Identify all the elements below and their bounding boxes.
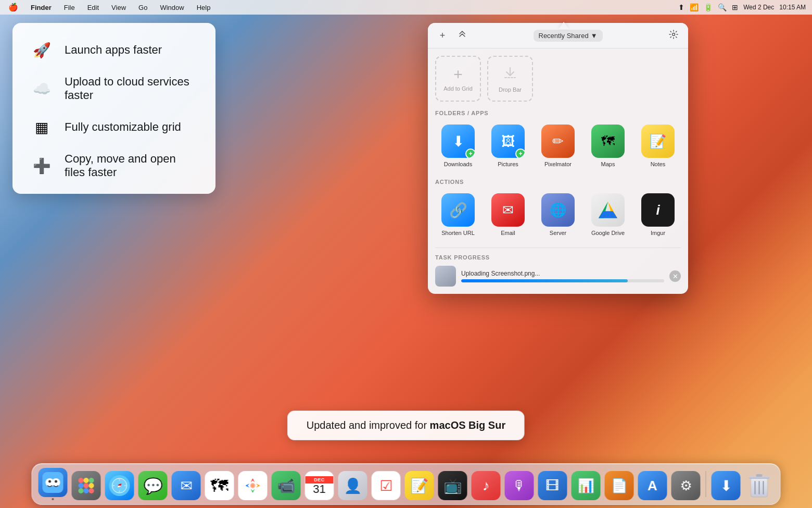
notes-icon: 📝: [405, 471, 434, 500]
dock-trash[interactable]: [744, 470, 775, 501]
maps-app-name: Maps: [601, 161, 615, 167]
app-item-pictures[interactable]: 🖼 + Pictures: [485, 121, 531, 170]
app-item-maps[interactable]: 🗺 Maps: [585, 121, 631, 170]
action-imgur[interactable]: i Imgur: [635, 190, 681, 239]
dock-notes[interactable]: 📝: [404, 470, 435, 501]
feature-copy-text: Copy, move and open files faster: [65, 152, 199, 179]
progress-bar-fill: [461, 279, 628, 282]
settings-button[interactable]: [666, 28, 681, 43]
bookmarks-icon: [458, 30, 466, 41]
action-email[interactable]: ✉ Email: [485, 190, 531, 239]
email-name: Email: [501, 230, 515, 236]
svg-point-13: [79, 488, 84, 493]
feature-launch: 🚀 Launch apps faster: [29, 38, 199, 63]
dock-photos[interactable]: [237, 470, 269, 501]
notes-app-name: Notes: [651, 161, 666, 167]
battery-icon[interactable]: 🔋: [704, 3, 713, 11]
dock-sysprefs[interactable]: ⚙: [670, 470, 702, 501]
app-item-notes[interactable]: 📝 Notes: [635, 121, 681, 170]
feature-card: 🚀 Launch apps faster ☁️ Upload to cloud …: [12, 23, 215, 194]
safari-icon: [105, 471, 134, 500]
dock-appstore[interactable]: A: [637, 470, 668, 501]
dock-contacts[interactable]: 👤: [337, 470, 369, 501]
dock-mail[interactable]: ✉: [171, 470, 202, 501]
dock-launchpad[interactable]: [71, 470, 102, 501]
dock-reminders[interactable]: ☑: [371, 470, 402, 501]
action-server[interactable]: 🌐 Server: [535, 190, 581, 239]
apple-menu[interactable]: 🍎: [6, 2, 20, 13]
feature-launch-text: Launch apps faster: [65, 43, 162, 57]
dock-finder[interactable]: [37, 467, 69, 501]
messages-icon: 💬: [138, 471, 168, 500]
dropdown-arrow-icon: ▼: [591, 32, 598, 40]
app-item-downloads[interactable]: ⬇ + Downloads: [435, 121, 481, 170]
svg-point-12: [89, 483, 94, 488]
google-drive-name: Google Drive: [591, 230, 625, 236]
dock-pages[interactable]: 📄: [604, 470, 635, 501]
dock-facetime[interactable]: 📹: [271, 470, 302, 501]
svg-point-8: [84, 478, 89, 483]
control-center-icon[interactable]: ⊞: [732, 3, 738, 11]
rocket-icon: 🚀: [29, 38, 54, 63]
screen-icon[interactable]: ⬆: [678, 3, 684, 11]
google-drive-icon: [591, 193, 625, 227]
dock-calendar[interactable]: DEC 31: [304, 470, 335, 501]
progress-filename: Uploading Screenshot.png...: [461, 270, 664, 277]
progress-bar-track: [461, 279, 664, 282]
server-icon: 🌐: [541, 193, 575, 227]
app-item-pixelmator[interactable]: ✏ Pixelmator: [535, 121, 581, 170]
recently-shared-button[interactable]: Recently Shared ▼: [534, 30, 603, 42]
macos-badge-text: Updated and improved for: [307, 419, 430, 431]
search-icon[interactable]: 🔍: [718, 3, 727, 11]
add-button[interactable]: +: [435, 28, 450, 43]
folders-apps-label: FOLDERS / APPS: [435, 110, 681, 116]
dock-safari[interactable]: [104, 470, 135, 501]
dock-downloads[interactable]: ⬇: [710, 470, 742, 501]
appletv-icon: 📺: [438, 471, 467, 500]
bookmarks-button[interactable]: [455, 28, 470, 43]
dock-podcasts[interactable]: 🎙: [504, 470, 535, 501]
yoink-panel: + Recently Shared ▼: [428, 23, 688, 294]
menu-file[interactable]: File: [62, 3, 77, 13]
numbers-icon: 📊: [572, 471, 601, 500]
svg-point-20: [251, 484, 255, 487]
dock-music[interactable]: ♪: [471, 470, 502, 501]
cancel-progress-button[interactable]: ✕: [669, 270, 681, 282]
downloads-app-icon: ⬇ +: [441, 125, 475, 158]
menu-window[interactable]: Window: [158, 3, 186, 13]
finder-dot: [52, 498, 54, 500]
add-to-grid-box[interactable]: + Add to Grid: [435, 56, 481, 102]
task-progress-label: TASK PROGRESS: [435, 254, 681, 261]
yoink-header-left: +: [435, 28, 470, 43]
notes-app-icon: 📝: [641, 125, 675, 158]
action-shorten-url[interactable]: 🔗 Shorten URL: [435, 190, 481, 239]
dock-numbers[interactable]: 📊: [570, 470, 602, 501]
dock-keynote[interactable]: 🎞: [537, 470, 568, 501]
pixelmator-app-name: Pixelmator: [544, 161, 572, 167]
action-google-drive[interactable]: Google Drive: [585, 190, 631, 239]
drop-bar-box[interactable]: Drop Bar: [487, 56, 533, 102]
add-icon: +: [440, 30, 446, 41]
wifi-icon[interactable]: 📶: [690, 3, 699, 11]
podcasts-icon: 🎙: [505, 471, 534, 500]
actions-label: ACTIONS: [435, 179, 681, 185]
pictures-app-icon: 🖼 +: [491, 125, 525, 158]
panel-triangle: [559, 22, 569, 29]
menu-help[interactable]: Help: [195, 3, 213, 13]
trash-icon: [745, 471, 774, 500]
progress-thumbnail: [435, 266, 456, 287]
sysprefs-icon: ⚙: [671, 471, 701, 500]
menu-edit[interactable]: Edit: [85, 3, 101, 13]
dock-maps[interactable]: 🗺: [204, 470, 235, 501]
menu-view[interactable]: View: [109, 3, 128, 13]
dock-messages[interactable]: 💬: [137, 470, 169, 501]
feature-copy: ➕ Copy, move and open files faster: [29, 152, 199, 179]
server-name: Server: [550, 230, 566, 236]
dock-appletv[interactable]: 📺: [437, 470, 468, 501]
imgur-name: Imgur: [651, 230, 665, 236]
calendar-icon: DEC 31: [305, 471, 334, 500]
yoink-header: + Recently Shared ▼: [428, 23, 688, 48]
menu-finder[interactable]: Finder: [29, 3, 54, 13]
actions-grid: 🔗 Shorten URL ✉ Email 🌐 Server: [435, 190, 681, 239]
menu-go[interactable]: Go: [136, 3, 149, 13]
